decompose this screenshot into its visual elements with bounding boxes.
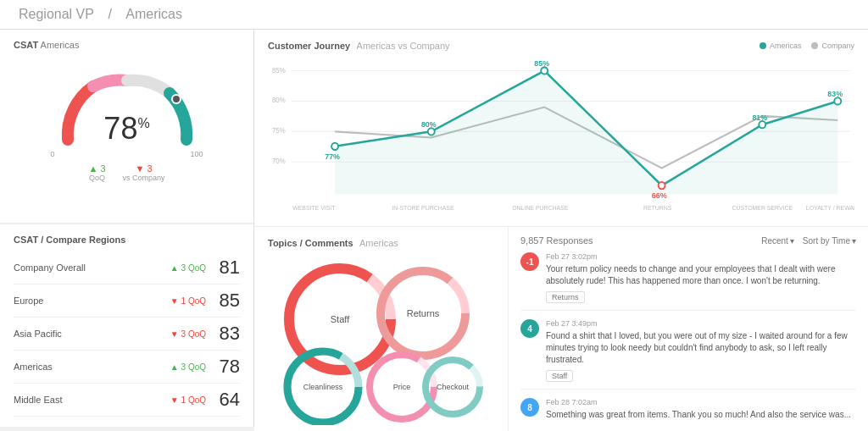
breadcrumb-parent: Regional VP bbox=[19, 7, 94, 21]
comment-text-2: Found a shirt that I loved, but you were… bbox=[546, 330, 856, 366]
compare-delta-3: ▼ 3 QoQ bbox=[170, 329, 206, 339]
topics-chart: Staff Returns Cleanliness bbox=[268, 256, 488, 425]
chevron-down-icon: ▾ bbox=[790, 236, 794, 246]
compare-delta-2: ▼ 1 QoQ bbox=[170, 296, 206, 306]
svg-text:66%: 66% bbox=[652, 191, 667, 200]
compare-row-2: Europe ▼ 1 QoQ 85 bbox=[14, 285, 240, 318]
topics-header: Topics / Comments Americas bbox=[268, 237, 494, 249]
breadcrumb-current: Americas bbox=[125, 7, 182, 21]
journey-title-label: Customer Journey bbox=[268, 41, 350, 51]
topics-title: Topics / Comments bbox=[268, 238, 353, 248]
journey-title: Customer Journey Americas vs Company bbox=[268, 40, 450, 52]
compare-name-1: Company Overall bbox=[14, 262, 170, 273]
svg-point-14 bbox=[541, 67, 548, 74]
page: Regional VP / Americas CSAT Americas bbox=[0, 0, 868, 431]
comment-text-1: Your return policy needs to change and y… bbox=[546, 263, 856, 287]
compare-row-1: Company Overall ▲ 3 QoQ 81 bbox=[14, 251, 240, 285]
comment-tag-2[interactable]: Staff bbox=[546, 370, 573, 382]
csat-top-section: CSAT Americas bbox=[0, 30, 253, 224]
csat-region: Americas bbox=[41, 40, 80, 50]
comment-body-1: Feb 27 3:02pm Your return policy needs t… bbox=[546, 252, 856, 303]
svg-text:Staff: Staff bbox=[331, 314, 350, 324]
gauge-wrapper: 78% bbox=[51, 64, 203, 148]
svg-text:Returns: Returns bbox=[407, 308, 440, 318]
svg-text:85%: 85% bbox=[534, 59, 549, 68]
svg-text:WEBSITE VISIT: WEBSITE VISIT bbox=[292, 205, 336, 211]
svg-text:Checkout: Checkout bbox=[437, 383, 470, 391]
gauge-container: 78% 0 100 ▲ 3 QoQ ▼ 3 vs bbox=[14, 57, 240, 182]
legend-company: Company bbox=[811, 41, 854, 50]
svg-text:80%: 80% bbox=[421, 120, 437, 129]
stat-company-value: ▼ 3 bbox=[136, 163, 153, 174]
comment-body-3: Feb 28 7:02am Something was great from i… bbox=[546, 398, 856, 424]
sort-recent-btn[interactable]: Recent ▾ bbox=[761, 236, 794, 246]
svg-text:75%: 75% bbox=[272, 127, 286, 135]
svg-text:70%: 70% bbox=[272, 157, 286, 165]
sort-controls: Recent ▾ Sort by Time ▾ bbox=[761, 236, 856, 246]
topics-region: Americas bbox=[359, 238, 398, 248]
svg-point-16 bbox=[659, 182, 665, 189]
sort-time-btn[interactable]: Sort by Time ▾ bbox=[803, 236, 856, 246]
compare-name-4: Americas bbox=[14, 362, 170, 372]
comments-panel: 9,857 Responses Recent ▾ Sort by Time ▾ bbox=[509, 227, 868, 431]
left-panel: CSAT Americas bbox=[0, 30, 254, 427]
csat-label: CSAT bbox=[14, 40, 38, 50]
svg-text:77%: 77% bbox=[325, 152, 340, 161]
responses-count: 9,857 Responses bbox=[520, 235, 593, 246]
stat-qoq: ▲ 3 QoQ bbox=[88, 163, 105, 182]
compare-score-4: 78 bbox=[213, 356, 240, 378]
header: Regional VP / Americas bbox=[0, 0, 868, 30]
compare-name-5: Middle East bbox=[14, 395, 170, 405]
svg-point-18 bbox=[759, 121, 765, 128]
journey-chart: 85% 80% 75% 70% bbox=[268, 55, 854, 216]
page-title: Regional VP / Americas bbox=[14, 7, 187, 22]
stat-qoq-value: ▲ 3 bbox=[88, 163, 105, 174]
compare-row-3: Asia Pacific ▼ 3 QoQ 83 bbox=[14, 318, 240, 351]
svg-text:Price: Price bbox=[393, 383, 411, 391]
compare-score-2: 85 bbox=[213, 290, 240, 312]
compare-name-3: Asia Pacific bbox=[14, 329, 170, 339]
compare-row-5: Middle East ▼ 1 QoQ 64 bbox=[14, 384, 240, 417]
comment-avatar-3: 8 bbox=[520, 398, 539, 417]
comment-item-3: 8 Feb 28 7:02am Something was great from… bbox=[520, 398, 856, 431]
svg-text:RETURNS: RETURNS bbox=[643, 205, 672, 211]
breadcrumb-separator: / bbox=[108, 7, 111, 21]
compare-delta-5: ▼ 1 QoQ bbox=[170, 395, 206, 405]
svg-point-0 bbox=[172, 95, 181, 103]
svg-text:Cleanliness: Cleanliness bbox=[303, 383, 343, 391]
comment-text-3: Something was great from items. Thank yo… bbox=[546, 409, 856, 421]
legend-americas-label: Americas bbox=[770, 41, 802, 50]
right-panel: Customer Journey Americas vs Company Ame… bbox=[254, 30, 868, 427]
comment-avatar-1: -1 bbox=[520, 252, 539, 271]
compare-name-2: Europe bbox=[14, 296, 170, 306]
legend-company-label: Company bbox=[821, 41, 854, 50]
compare-score-5: 64 bbox=[213, 389, 240, 411]
main-content: CSAT Americas bbox=[0, 30, 868, 427]
csat-compare-section: CSAT / Compare Regions Company Overall ▲… bbox=[0, 224, 253, 427]
svg-point-10 bbox=[331, 143, 338, 150]
compare-delta-1: ▲ 3 QoQ bbox=[170, 263, 206, 273]
stat-qoq-label: QoQ bbox=[89, 174, 105, 182]
legend-americas: Americas bbox=[760, 41, 802, 50]
svg-text:LOYALTY / REWARDS: LOYALTY / REWARDS bbox=[806, 205, 854, 211]
compare-title: CSAT / Compare Regions bbox=[14, 235, 240, 245]
comment-item-2: 4 Feb 27 3:49pm Found a shirt that I lov… bbox=[520, 319, 856, 390]
journey-legend: Americas Company bbox=[760, 41, 854, 50]
svg-marker-9 bbox=[335, 70, 837, 194]
svg-text:IN-STORE PURCHASE: IN-STORE PURCHASE bbox=[392, 205, 454, 211]
gauge-value: 78% bbox=[103, 111, 149, 146]
comment-avatar-2: 4 bbox=[520, 319, 539, 338]
journey-panel: Customer Journey Americas vs Company Ame… bbox=[254, 30, 868, 227]
svg-text:83%: 83% bbox=[827, 90, 843, 98]
legend-company-dot bbox=[811, 42, 818, 49]
compare-score-3: 83 bbox=[213, 323, 240, 345]
gauge-stats: ▲ 3 QoQ ▼ 3 vs Company bbox=[88, 163, 164, 182]
comment-body-2: Feb 27 3:49pm Found a shirt that I loved… bbox=[546, 319, 856, 382]
svg-text:80%: 80% bbox=[272, 97, 286, 104]
comment-date-2: Feb 27 3:49pm bbox=[546, 319, 856, 328]
svg-text:CUSTOMER SERVICE: CUSTOMER SERVICE bbox=[732, 205, 793, 211]
svg-text:ONLINE PURCHASE: ONLINE PURCHASE bbox=[512, 205, 568, 211]
comment-tag-1[interactable]: Returns bbox=[546, 291, 585, 303]
svg-text:85%: 85% bbox=[272, 66, 286, 74]
compare-row-4: Americas ▲ 3 QoQ 78 bbox=[14, 351, 240, 384]
